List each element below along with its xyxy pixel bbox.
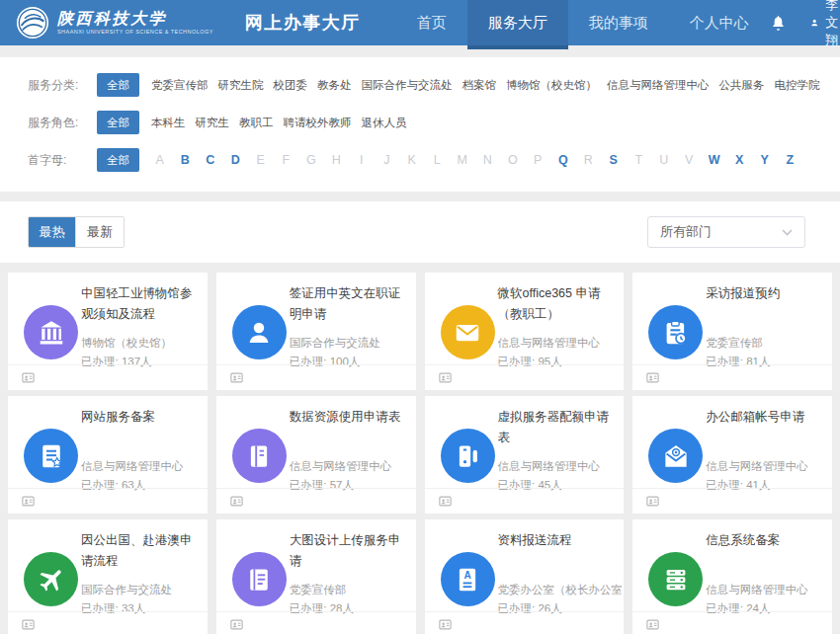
filter-chip[interactable]: 校团委 <box>270 73 312 97</box>
card-department: 党委宣传部 <box>290 583 414 597</box>
user-menu[interactable]: 李文翔 ▼ <box>810 0 840 49</box>
filter-chip[interactable]: 全部 <box>97 73 139 97</box>
service-guide-icon[interactable] <box>229 370 244 385</box>
filter-chip[interactable]: 国际合作与交流处 <box>358 73 457 97</box>
initial-letter-options: 全部ABCDEFGHIJKLMNOPQRSTUVWXYZ <box>97 148 802 172</box>
department-select[interactable]: 所有部门 <box>647 216 805 248</box>
filter-chip[interactable]: 本科生 <box>147 111 190 134</box>
letter-filter[interactable]: H <box>324 148 350 172</box>
service-card[interactable]: 网站服务备案 信息与网络管理中心 已办理: 63人 <box>8 396 208 514</box>
letter-filter[interactable]: J <box>375 148 400 172</box>
service-card[interactable]: 数据资源使用申请表 信息与网络管理中心 已办理: 57人 <box>216 396 416 514</box>
service-card[interactable]: 虚拟服务器配额申请表 信息与网络管理中心 已办理: 45人 <box>425 396 625 514</box>
filter-chip[interactable]: 党委宣传部 <box>147 73 212 97</box>
filter-chip[interactable]: 信息与网络管理中心 <box>603 73 714 97</box>
service-card[interactable]: 签证用中英文在职证明申请 国际合作与交流处 已办理: 100人 <box>216 273 416 390</box>
letter-filter[interactable]: Y <box>752 148 778 172</box>
filter-chip[interactable]: 全部 <box>97 148 139 172</box>
service-guide-icon[interactable] <box>438 494 453 509</box>
service-card[interactable]: 大图设计上传服务申请 党委宣传部 已办理: 28人 <box>216 519 416 634</box>
service-guide-icon[interactable] <box>229 617 244 632</box>
service-card[interactable]: 信息系统备案 信息与网络管理中心 已办理: 24人 <box>632 519 832 634</box>
sort-tab[interactable]: 最热 <box>29 217 76 247</box>
card-footer <box>425 488 625 514</box>
service-guide-icon[interactable] <box>645 370 660 385</box>
card-department: 信息与网络管理中心 <box>706 583 830 597</box>
letter-filter[interactable]: S <box>601 148 627 172</box>
letter-filter[interactable]: I <box>349 148 375 172</box>
filter-chip[interactable]: 聘请校外教师 <box>280 111 356 134</box>
service-guide-icon[interactable] <box>229 494 244 509</box>
filter-chip[interactable]: 电控学院 <box>771 73 824 97</box>
card-footer <box>632 488 832 514</box>
letter-filter[interactable]: R <box>576 148 602 172</box>
letter-filter[interactable]: C <box>198 148 223 172</box>
letter-filter[interactable]: Z <box>778 148 803 172</box>
category-options: 全部党委宣传部研究生院校团委教务处国际合作与交流处档案馆博物馆（校史馆）信息与网… <box>97 73 826 97</box>
service-card-grid: 中国轻工业博物馆参观须知及流程 博物馆（校史馆） 已办理: 137人 签证用中英… <box>0 263 840 634</box>
letter-filter[interactable]: G <box>298 148 324 172</box>
card-footer <box>425 364 625 390</box>
letter-filter[interactable]: L <box>425 148 451 172</box>
filter-chip[interactable]: 教职工 <box>235 111 278 134</box>
filter-chip[interactable]: 博物馆（校史馆） <box>502 73 601 97</box>
letter-filter[interactable]: F <box>274 148 299 172</box>
nav-item[interactable]: 服务大厅 <box>467 0 568 45</box>
filter-label-category: 服务分类: <box>28 73 97 97</box>
sort-tab[interactable]: 最新 <box>76 217 124 247</box>
service-guide-icon[interactable] <box>21 494 36 509</box>
letter-filter[interactable]: X <box>727 148 753 172</box>
notification-bell-icon[interactable] <box>770 15 787 32</box>
card-footer <box>632 364 832 390</box>
letter-filter[interactable]: K <box>399 148 425 172</box>
letter-filter[interactable]: N <box>475 148 501 172</box>
service-guide-icon[interactable] <box>21 617 36 632</box>
service-guide-icon[interactable] <box>438 617 453 632</box>
letter-filter[interactable]: U <box>651 148 677 172</box>
filter-chip[interactable]: 研究生院 <box>214 73 268 97</box>
filter-chip[interactable]: 全部 <box>97 111 139 134</box>
card-title: 网站服务备案 <box>81 407 201 428</box>
letter-filter[interactable]: P <box>526 148 551 172</box>
letter-filter[interactable]: Q <box>550 148 576 172</box>
sort-tab-group: 最热最新 <box>28 216 125 248</box>
letter-filter[interactable]: D <box>223 148 249 172</box>
user-avatar-icon <box>810 15 818 31</box>
server-icon <box>441 429 495 483</box>
filter-chip[interactable]: 退休人员 <box>358 111 411 134</box>
filter-chip[interactable]: 档案馆 <box>459 73 501 97</box>
service-guide-icon[interactable] <box>438 370 453 385</box>
letter-filter[interactable]: O <box>500 148 526 172</box>
letter-filter[interactable]: W <box>702 148 727 172</box>
service-guide-icon[interactable] <box>645 617 660 632</box>
service-card[interactable]: 微软office365 申请（教职工） 信息与网络管理中心 已办理: 95人 <box>425 273 625 390</box>
service-card[interactable]: A 资料报送流程 党委办公室（校长办公室） 已办理: 26人 <box>425 519 625 634</box>
document-a-icon: A <box>441 552 495 606</box>
service-card[interactable]: 采访报道预约 党委宣传部 已办理: 81人 <box>632 273 832 390</box>
letter-filter[interactable]: V <box>677 148 703 172</box>
service-guide-icon[interactable] <box>645 494 660 509</box>
nav-item[interactable]: 个人中心 <box>669 0 770 45</box>
letter-filter[interactable]: B <box>173 148 199 172</box>
service-card[interactable]: 办公邮箱帐号申请 信息与网络管理中心 已办理: 41人 <box>632 396 832 514</box>
letter-filter[interactable]: M <box>450 148 475 172</box>
card-footer <box>8 364 208 390</box>
nav-item[interactable]: 首页 <box>396 0 467 45</box>
filter-chip[interactable]: 公共服务 <box>715 73 769 97</box>
letter-filter[interactable]: T <box>627 148 652 172</box>
nav-item[interactable]: 我的事项 <box>568 0 669 45</box>
letter-filter[interactable]: E <box>248 148 274 172</box>
letter-filter[interactable]: A <box>147 148 173 172</box>
service-card[interactable]: 中国轻工业博物馆参观须知及流程 博物馆（校史馆） 已办理: 137人 <box>8 273 208 390</box>
card-footer <box>632 611 832 634</box>
notebook-icon <box>232 429 287 483</box>
filter-chip[interactable]: 教务处 <box>313 73 356 97</box>
filter-chip[interactable]: 研究生 <box>192 111 234 134</box>
service-guide-icon[interactable] <box>21 370 36 385</box>
card-title: 资料报送流程 <box>498 530 618 551</box>
card-title: 虚拟服务器配额申请表 <box>498 407 618 447</box>
service-card[interactable]: 因公出国、赴港澳申请流程 国际合作与交流处 已办理: 33人 <box>8 519 208 634</box>
card-footer <box>8 488 208 514</box>
card-department: 信息与网络管理中心 <box>498 336 623 351</box>
card-department: 信息与网络管理中心 <box>81 459 206 474</box>
